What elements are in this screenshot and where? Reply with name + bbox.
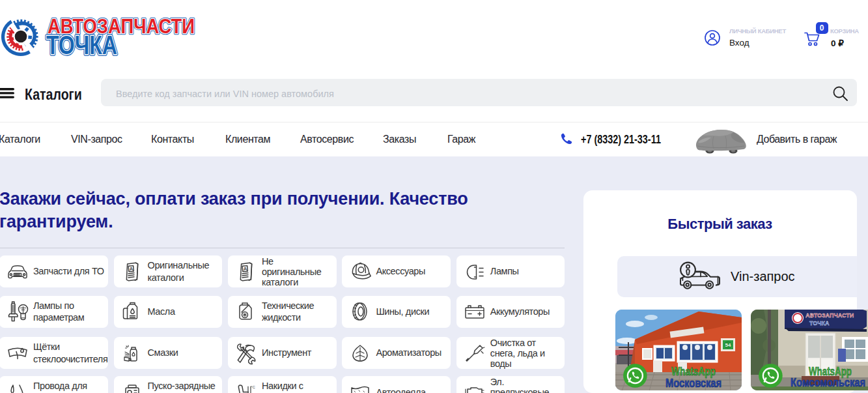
- svg-text:Московская: Московская: [665, 375, 721, 389]
- svg-text:54: 54: [725, 342, 731, 348]
- svg-text:ТОЧКА: ТОЧКА: [46, 31, 117, 59]
- svg-text:АВТОЗАПЧАСТИ: АВТОЗАПЧАСТИ: [805, 312, 854, 319]
- svg-text:ТОЧКА: ТОЧКА: [809, 320, 830, 327]
- svg-text:Комсомольская: Комсомольская: [791, 375, 865, 388]
- svg-text:°C: °C: [251, 385, 255, 389]
